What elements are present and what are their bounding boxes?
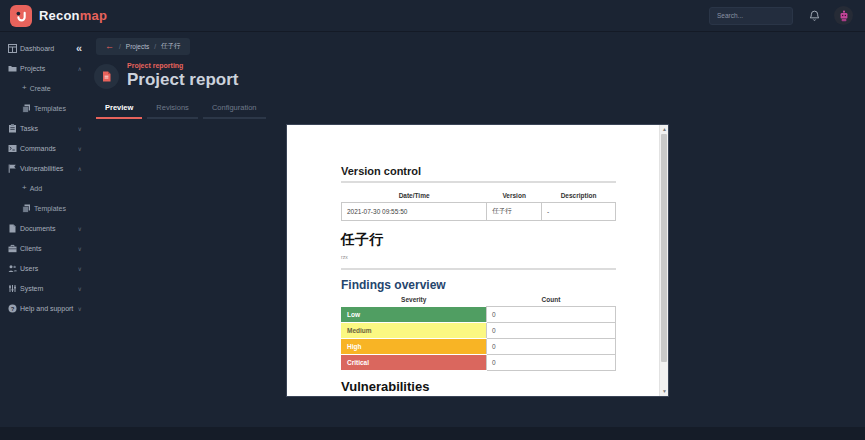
sidebar-item-projects-templates[interactable]: Templates [0,98,88,118]
sidebar-label: Templates [34,105,66,112]
cell-datetime: 2021-07-30 09:55:50 [342,203,487,221]
sidebar-label: System [20,285,43,292]
column-header-version: Version [487,190,542,203]
sidebar-item-tasks[interactable]: Tasks ∨ [0,118,88,138]
top-bar: Reconmap [0,0,865,32]
chevron-down-icon: ∨ [78,145,82,152]
copy-icon [22,204,31,213]
search-input[interactable] [709,7,793,25]
brand-wordmark[interactable]: Reconmap [39,8,107,23]
column-header-severity: Severity [341,294,486,307]
scroll-up-icon[interactable]: ▲ [660,125,669,134]
brand-accent: map [80,8,107,23]
section-title-version-control: Version control [341,165,616,177]
breadcrumb-separator: / [119,43,121,50]
chevron-down-icon: ∨ [78,245,82,252]
tasks-icon [8,124,17,133]
breadcrumb: ← / Projects / 任子行 [96,38,190,55]
document-icon [8,224,17,233]
chevron-down-icon: ∨ [78,305,82,312]
breadcrumb-separator: / [154,43,156,50]
chevron-down-icon: ∨ [78,265,82,272]
breadcrumb-current[interactable]: 任子行 [161,42,181,51]
chevron-down-icon: ∨ [78,125,82,132]
sidebar-item-projects-create[interactable]: + Create [0,78,88,98]
scrollbar-thumb[interactable] [661,134,667,362]
sidebar-label: Documents [20,225,55,232]
copy-icon [22,104,31,113]
main-content: ← / Projects / 任子行 Project reporting Pro… [88,32,865,427]
report-avatar [94,64,119,89]
cell-description: - [542,203,616,221]
version-control-table: Date/Time Version Description 2021-07-30… [341,190,616,221]
sidebar-collapse-button[interactable]: « [76,43,82,54]
section-title-vulnerabilities: Vulnerabilities [341,379,616,394]
column-header-count: Count [486,294,615,307]
findings-overview-table: Severity Count Low 0 Medium 0 High [341,294,616,371]
chevron-up-icon: ∧ [78,65,82,72]
project-kicker: Project reporting [127,62,238,69]
sidebar-item-clients[interactable]: Clients ∨ [0,238,88,258]
severity-row-medium: Medium 0 [341,323,616,339]
sidebar-label: Commands [20,145,56,152]
scroll-down-icon[interactable]: ▼ [660,387,669,396]
flag-icon [8,164,17,173]
page-title: Project report [127,70,238,90]
sidebar-label: Dashboard [20,45,54,52]
sidebar-item-vulnerabilities-add[interactable]: + Add [0,178,88,198]
sidebar-item-vulnerabilities-templates[interactable]: Templates [0,198,88,218]
user-avatar[interactable] [834,6,853,25]
divider [341,268,616,270]
sliders-icon [8,284,17,293]
breadcrumb-projects-link[interactable]: Projects [126,43,149,50]
sidebar-item-system[interactable]: System ∨ [0,278,88,298]
sidebar-item-dashboard[interactable]: Dashboard « [0,38,88,58]
plus-icon: + [22,184,27,192]
tab-configuration[interactable]: Configuration [203,99,266,119]
severity-label: High [341,339,486,355]
sidebar-label: Vulnerabilities [20,165,63,172]
severity-label: Low [341,307,486,323]
report-preview-panel: Version control Date/Time Version Descri… [287,125,668,396]
severity-count: 0 [486,323,615,339]
sidebar-label: Help and support [20,305,73,312]
sidebar-label: Templates [34,205,66,212]
preview-scrollbar[interactable]: ▲ ▼ [659,125,668,396]
users-icon [8,264,17,273]
severity-row-low: Low 0 [341,307,616,323]
severity-count: 0 [486,307,615,323]
severity-label: Medium [341,323,486,339]
divider [341,181,616,183]
column-header-description: Description [542,190,616,203]
chevron-down-icon: ∨ [78,285,82,292]
chevron-down-icon: ∨ [78,225,82,232]
back-arrow-icon[interactable]: ← [105,42,114,51]
svg-text:?: ? [11,305,15,311]
severity-count: 0 [486,355,615,371]
section-title-findings-overview: Findings overview [341,278,616,292]
sidebar-item-users[interactable]: Users ∨ [0,258,88,278]
chevron-up-icon: ∧ [78,165,82,172]
sidebar-label: Users [20,265,38,272]
plus-icon: + [22,84,27,92]
sidebar-item-help[interactable]: ? Help and support ∨ [0,298,88,318]
sidebar-label: Create [30,85,51,92]
briefcase-icon [8,244,17,253]
tab-revisions[interactable]: Revisions [147,99,198,119]
cell-version: 任子行 [487,203,542,221]
reconmap-logo-icon[interactable] [10,5,32,27]
brand-primary: Recon [39,8,80,23]
report-project-title: 任子行 [341,231,616,249]
sidebar-item-vulnerabilities[interactable]: Vulnerabilities ∧ [0,158,88,178]
severity-count: 0 [486,339,615,355]
report-project-subtitle: rzx [341,254,616,260]
severity-row-high: High 0 [341,339,616,355]
sidebar-item-projects[interactable]: Projects ∧ [0,58,88,78]
folder-icon [8,64,17,73]
tab-preview[interactable]: Preview [96,99,142,119]
report-document: Version control Date/Time Version Descri… [287,125,659,396]
notifications-bell-icon[interactable] [809,10,820,22]
sidebar-item-commands[interactable]: Commands ∨ [0,138,88,158]
sidebar-item-documents[interactable]: Documents ∨ [0,218,88,238]
severity-label: Critical [341,355,486,371]
